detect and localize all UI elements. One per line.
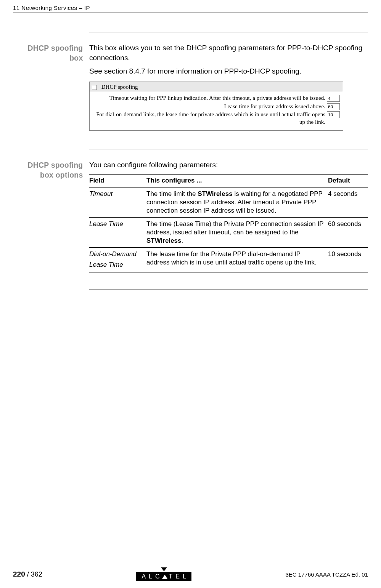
cell-conf: The time limit the STWireless is waiting… bbox=[146, 187, 328, 217]
current-page: 220 bbox=[13, 570, 25, 578]
cell-default: 4 seconds bbox=[328, 187, 368, 217]
paragraph: This box allows you to set the DHCP spoo… bbox=[89, 43, 368, 62]
options-table: Field This configures ... Default Timeou… bbox=[89, 174, 368, 272]
section-divider bbox=[89, 149, 368, 149]
text: . bbox=[182, 237, 183, 244]
cell-default: 10 seconds bbox=[328, 248, 368, 272]
paragraph: See section 8.4.7 for more information o… bbox=[89, 66, 368, 76]
logo-text: ALC bbox=[141, 573, 162, 580]
header-rule bbox=[13, 13, 368, 13]
spoof-label: Timeout waiting for PPP linkup indicatio… bbox=[93, 95, 327, 102]
text: The time (Lease Time) the Private PPP co… bbox=[146, 220, 323, 236]
page-number: 220 / 362 bbox=[13, 570, 42, 578]
spoof-box-body: Timeout waiting for PPP linkup indicatio… bbox=[90, 92, 343, 130]
section-content: This box allows you to set the DHCP spoo… bbox=[89, 43, 368, 136]
paragraph: You can configure following parameters: bbox=[89, 160, 368, 170]
cell-field: Dial-on-Demand Lease Time bbox=[89, 248, 146, 272]
table-row: Lease Time The time (Lease Time) the Pri… bbox=[89, 218, 368, 248]
cell-conf: The time (Lease Time) the Private PPP co… bbox=[146, 218, 328, 248]
text: Dial-on-Demand bbox=[89, 250, 143, 258]
th-configures: This configures ... bbox=[146, 174, 328, 187]
cell-field: Timeout bbox=[89, 187, 146, 217]
section-divider bbox=[89, 289, 368, 290]
triangle-up-icon bbox=[162, 575, 167, 579]
spoof-box-title: DHCP spoofing bbox=[101, 84, 138, 90]
table-row: Timeout The time limit the STWireless is… bbox=[89, 187, 368, 217]
logo-bar: ALCTEL bbox=[136, 572, 191, 581]
side-heading: DHCP spoofing box bbox=[19, 43, 89, 136]
page-header: 11 Networking Services – IP bbox=[0, 0, 381, 13]
table-row: Dial-on-Demand Lease Time The lease time… bbox=[89, 248, 368, 272]
spoof-label: For dial-on-demand links, the lease time… bbox=[93, 111, 327, 126]
document-id: 3EC 17766 AAAA TCZZA Ed. 01 bbox=[285, 571, 368, 578]
timeout-input[interactable] bbox=[327, 95, 340, 102]
section-divider bbox=[89, 32, 368, 32]
dod-lease-input[interactable] bbox=[327, 111, 340, 118]
cell-default: 60 seconds bbox=[328, 218, 368, 248]
cell-conf: The lease time for the Private PPP dial-… bbox=[146, 248, 328, 272]
total-pages: / 362 bbox=[25, 570, 42, 578]
checkbox-icon bbox=[92, 85, 97, 90]
table-header-row: Field This configures ... Default bbox=[89, 174, 368, 187]
section-content: You can configure following parameters: … bbox=[89, 160, 368, 272]
spoof-row: For dial-on-demand links, the lease time… bbox=[93, 111, 340, 126]
spoof-box-header: DHCP spoofing bbox=[90, 82, 343, 92]
spoof-row: Timeout waiting for PPP linkup indicatio… bbox=[93, 95, 340, 102]
logo-text: TEL bbox=[169, 573, 189, 580]
text: The time limit the bbox=[146, 190, 198, 197]
bold-text: STWireless bbox=[146, 237, 182, 244]
text: Lease Time bbox=[89, 261, 143, 269]
spoof-row: Lease time for private address issued ab… bbox=[93, 103, 340, 111]
bold-text: STWireless bbox=[198, 190, 233, 197]
dhcp-spoofing-figure: DHCP spoofing Timeout waiting for PPP li… bbox=[89, 82, 343, 131]
triangle-down-icon bbox=[161, 567, 167, 571]
page-footer: 220 / 362 ALCTEL 3EC 17766 AAAA TCZZA Ed… bbox=[13, 567, 368, 581]
th-field: Field bbox=[89, 174, 146, 187]
alcatel-logo: ALCTEL bbox=[136, 567, 191, 581]
side-heading: DHCP spoofing box options bbox=[19, 160, 89, 272]
spoof-label: Lease time for private address issued ab… bbox=[93, 103, 327, 111]
th-default: Default bbox=[328, 174, 368, 187]
section-dhcp-spoofing-box: DHCP spoofing box This box allows you to… bbox=[13, 43, 368, 136]
section-dhcp-spoofing-options: DHCP spoofing box options You can config… bbox=[13, 160, 368, 272]
lease-input[interactable] bbox=[327, 103, 340, 110]
cell-field: Lease Time bbox=[89, 218, 146, 248]
text: The lease time for the Private PPP dial-… bbox=[146, 250, 317, 266]
